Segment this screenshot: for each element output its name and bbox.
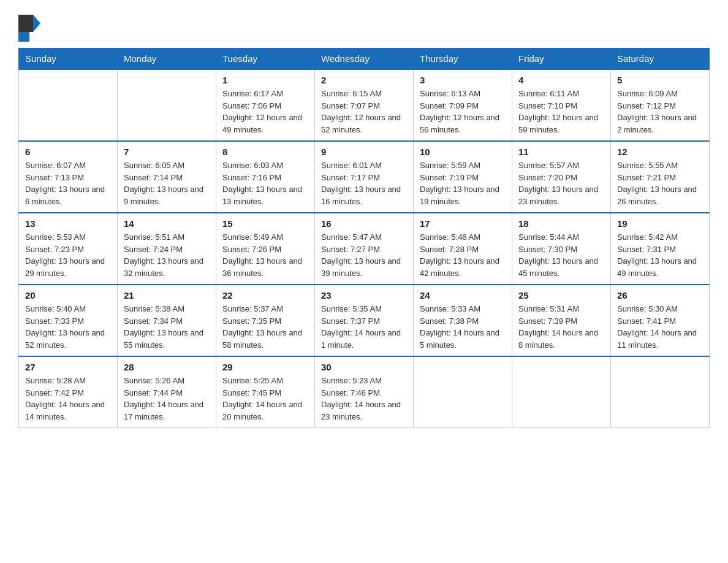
day-info: Sunrise: 5:47 AMSunset: 7:27 PMDaylight:… [321,231,407,279]
day-number: 14 [124,218,210,229]
day-cell: 12Sunrise: 5:55 AMSunset: 7:21 PMDayligh… [611,141,710,213]
day-number: 28 [124,362,210,372]
day-cell: 25Sunrise: 5:31 AMSunset: 7:39 PMDayligh… [512,285,611,356]
day-info: Sunrise: 5:51 AMSunset: 7:24 PMDaylight:… [124,231,210,279]
day-info: Sunrise: 6:09 AMSunset: 7:12 PMDaylight:… [617,88,703,136]
svg-marker-0 [18,15,33,32]
day-info: Sunrise: 5:42 AMSunset: 7:31 PMDaylight:… [617,231,703,279]
day-number: 16 [321,218,407,229]
day-cell: 1Sunrise: 6:17 AMSunset: 7:06 PMDaylight… [216,69,315,141]
day-number: 12 [617,147,703,157]
day-cell: 13Sunrise: 5:53 AMSunset: 7:23 PMDayligh… [19,213,118,285]
day-info: Sunrise: 6:13 AMSunset: 7:09 PMDaylight:… [420,88,506,136]
day-number: 17 [420,218,506,229]
day-cell: 20Sunrise: 5:40 AMSunset: 7:33 PMDayligh… [19,285,118,356]
day-number: 5 [617,75,703,85]
svg-marker-1 [33,15,40,32]
svg-marker-2 [18,32,29,42]
day-info: Sunrise: 5:38 AMSunset: 7:34 PMDaylight:… [124,303,210,351]
day-number: 11 [518,147,604,157]
day-number: 18 [518,218,604,229]
header-cell-wednesday: Wednesday [315,48,414,70]
day-info: Sunrise: 6:15 AMSunset: 7:07 PMDaylight:… [321,88,407,136]
header-cell-friday: Friday [512,48,611,70]
logo [18,15,43,42]
week-row-1: 1Sunrise: 6:17 AMSunset: 7:06 PMDaylight… [19,69,710,141]
day-number: 22 [222,290,308,301]
day-info: Sunrise: 5:46 AMSunset: 7:28 PMDaylight:… [420,231,506,279]
day-number: 2 [321,75,407,85]
day-cell: 10Sunrise: 5:59 AMSunset: 7:19 PMDayligh… [414,141,512,213]
header-cell-tuesday: Tuesday [216,48,315,70]
day-cell [512,356,611,428]
day-number: 19 [617,218,703,229]
day-number: 4 [518,75,604,85]
day-cell: 16Sunrise: 5:47 AMSunset: 7:27 PMDayligh… [315,213,414,285]
day-cell: 15Sunrise: 5:49 AMSunset: 7:26 PMDayligh… [216,213,315,285]
page-header [18,15,710,42]
header-cell-sunday: Sunday [19,48,118,70]
day-cell: 19Sunrise: 5:42 AMSunset: 7:31 PMDayligh… [611,213,710,285]
day-cell: 11Sunrise: 5:57 AMSunset: 7:20 PMDayligh… [512,141,611,213]
day-cell: 30Sunrise: 5:23 AMSunset: 7:46 PMDayligh… [315,356,414,428]
day-number: 3 [420,75,506,85]
day-cell: 17Sunrise: 5:46 AMSunset: 7:28 PMDayligh… [414,213,512,285]
day-info: Sunrise: 5:25 AMSunset: 7:45 PMDaylight:… [222,375,308,423]
day-number: 25 [518,290,604,301]
calendar-table: SundayMondayTuesdayWednesdayThursdayFrid… [18,48,710,428]
day-number: 21 [124,290,210,301]
day-info: Sunrise: 6:17 AMSunset: 7:06 PMDaylight:… [222,88,308,136]
day-info: Sunrise: 6:07 AMSunset: 7:13 PMDaylight:… [25,159,111,207]
day-info: Sunrise: 5:40 AMSunset: 7:33 PMDaylight:… [25,303,111,351]
header-cell-saturday: Saturday [611,48,710,70]
day-cell: 28Sunrise: 5:26 AMSunset: 7:44 PMDayligh… [118,356,216,428]
day-cell: 24Sunrise: 5:33 AMSunset: 7:38 PMDayligh… [414,285,512,356]
calendar-header: SundayMondayTuesdayWednesdayThursdayFrid… [19,48,710,70]
header-row: SundayMondayTuesdayWednesdayThursdayFrid… [19,48,710,70]
day-info: Sunrise: 6:01 AMSunset: 7:17 PMDaylight:… [321,159,407,207]
day-number: 9 [321,147,407,157]
day-cell [611,356,710,428]
header-cell-thursday: Thursday [414,48,512,70]
header-cell-monday: Monday [118,48,216,70]
week-row-4: 20Sunrise: 5:40 AMSunset: 7:33 PMDayligh… [19,285,710,356]
day-cell: 7Sunrise: 6:05 AMSunset: 7:14 PMDaylight… [118,141,216,213]
day-info: Sunrise: 5:35 AMSunset: 7:37 PMDaylight:… [321,303,407,351]
day-cell: 8Sunrise: 6:03 AMSunset: 7:16 PMDaylight… [216,141,315,213]
week-row-2: 6Sunrise: 6:07 AMSunset: 7:13 PMDaylight… [19,141,710,213]
day-cell: 5Sunrise: 6:09 AMSunset: 7:12 PMDaylight… [611,69,710,141]
day-number: 30 [321,362,407,372]
day-cell: 23Sunrise: 5:35 AMSunset: 7:37 PMDayligh… [315,285,414,356]
day-number: 15 [222,218,308,229]
day-number: 13 [25,218,111,229]
day-info: Sunrise: 5:49 AMSunset: 7:26 PMDaylight:… [222,231,308,279]
day-info: Sunrise: 5:37 AMSunset: 7:35 PMDaylight:… [222,303,308,351]
day-info: Sunrise: 6:05 AMSunset: 7:14 PMDaylight:… [124,159,210,207]
logo-icon [18,15,40,42]
day-number: 20 [25,290,111,301]
day-cell: 14Sunrise: 5:51 AMSunset: 7:24 PMDayligh… [118,213,216,285]
day-info: Sunrise: 5:53 AMSunset: 7:23 PMDaylight:… [25,231,111,279]
day-cell: 6Sunrise: 6:07 AMSunset: 7:13 PMDaylight… [19,141,118,213]
day-cell [19,69,118,141]
week-row-5: 27Sunrise: 5:28 AMSunset: 7:42 PMDayligh… [19,356,710,428]
day-number: 29 [222,362,308,372]
day-cell [118,69,216,141]
day-cell: 26Sunrise: 5:30 AMSunset: 7:41 PMDayligh… [611,285,710,356]
day-cell [414,356,512,428]
day-number: 10 [420,147,506,157]
day-cell: 21Sunrise: 5:38 AMSunset: 7:34 PMDayligh… [118,285,216,356]
day-info: Sunrise: 5:28 AMSunset: 7:42 PMDaylight:… [25,375,111,423]
day-cell: 9Sunrise: 6:01 AMSunset: 7:17 PMDaylight… [315,141,414,213]
day-number: 1 [222,75,308,85]
day-cell: 4Sunrise: 6:11 AMSunset: 7:10 PMDaylight… [512,69,611,141]
day-cell: 2Sunrise: 6:15 AMSunset: 7:07 PMDaylight… [315,69,414,141]
day-cell: 18Sunrise: 5:44 AMSunset: 7:30 PMDayligh… [512,213,611,285]
day-cell: 3Sunrise: 6:13 AMSunset: 7:09 PMDaylight… [414,69,512,141]
week-row-3: 13Sunrise: 5:53 AMSunset: 7:23 PMDayligh… [19,213,710,285]
day-number: 6 [25,147,111,157]
day-info: Sunrise: 5:26 AMSunset: 7:44 PMDaylight:… [124,375,210,423]
day-cell: 22Sunrise: 5:37 AMSunset: 7:35 PMDayligh… [216,285,315,356]
day-info: Sunrise: 5:57 AMSunset: 7:20 PMDaylight:… [518,159,604,207]
day-info: Sunrise: 5:23 AMSunset: 7:46 PMDaylight:… [321,375,407,423]
